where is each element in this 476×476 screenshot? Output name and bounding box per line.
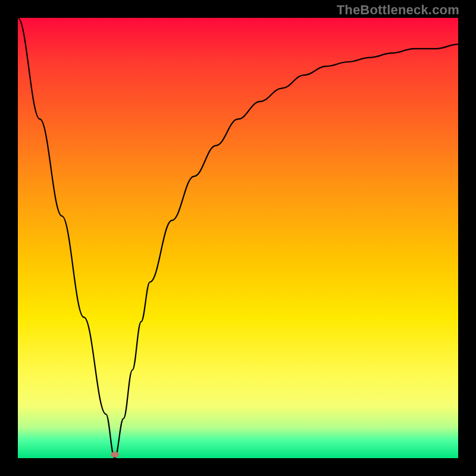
optimal-point-marker	[111, 452, 119, 458]
watermark-label: TheBottleneck.com	[337, 2, 459, 18]
chart-container: TheBottleneck.com	[0, 0, 476, 476]
bottleneck-curve	[18, 18, 458, 458]
plot-area	[18, 18, 458, 458]
